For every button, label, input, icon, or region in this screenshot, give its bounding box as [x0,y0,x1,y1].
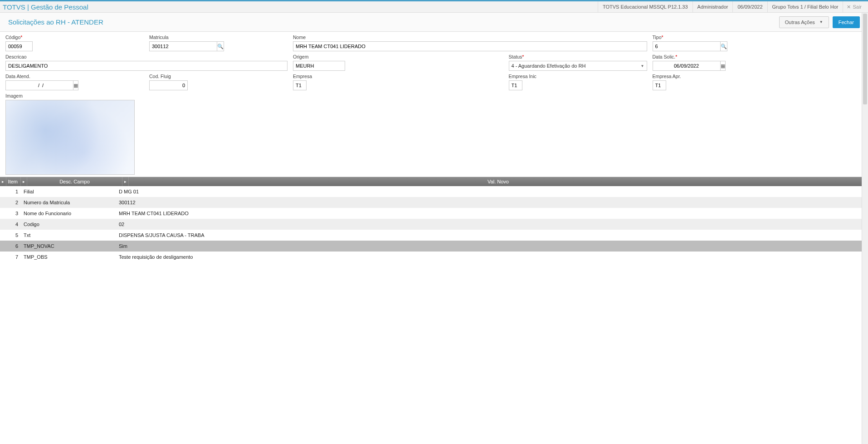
matricula-label: Matricula [149,35,288,40]
empresa-apr-input[interactable] [653,80,666,90]
matricula-input[interactable] [149,41,217,51]
origem-input[interactable] [293,61,345,71]
cell-item: 7 [0,254,21,260]
sub-header: Solicitações ao RH - ATENDER Outras Açõe… [0,13,868,32]
other-actions-button[interactable]: Outras Ações ▼ [779,16,829,28]
grid-header-item[interactable]: Item [6,177,21,186]
status-value: 4 - Aguardando Efetivação do RH [512,63,586,69]
matricula-lookup-button[interactable]: 🔍 [217,41,224,51]
cell-campo: Txt [21,232,116,238]
close-button-label: Fechar [839,20,854,25]
search-icon: 🔍 [217,44,224,49]
data-solic-input[interactable] [653,61,721,71]
calendar-icon: ▦ [721,63,725,69]
empresa-input[interactable] [293,80,307,90]
table-row[interactable]: 7TMP_OBSTeste requisição de desligamento [0,252,868,262]
top-bar: TOTVS | Gestão de Pessoal TOTVS Educacio… [0,0,868,13]
grid-header-novo[interactable]: Val. Novo [129,177,868,186]
user-label: Administrador [692,1,733,12]
empresa-label: Empresa [293,74,360,79]
page-vertical-scrollbar[interactable] [862,13,868,336]
close-icon: ✕ [847,4,851,10]
grid-header: ▸ Item ▸ Desc. Campo ▸ Val. Novo [0,177,868,186]
codigo-label: Código* [5,35,72,40]
cell-item: 3 [0,211,21,216]
cod-fluig-label: Cod. Fluig [149,74,216,79]
search-icon: 🔍 [721,44,727,49]
other-actions-label: Outras Ações [785,20,815,25]
data-solic-calendar-button[interactable]: ▦ [721,61,726,71]
chevron-down-icon: ▼ [641,64,644,68]
empresa-apr-label: Empresa Apr. [653,74,719,79]
grid-header-arrow-campo[interactable]: ▸ [122,177,129,186]
chevron-down-icon: ▼ [819,20,823,24]
cell-campo: Numero da Matricula [21,200,116,205]
table-row[interactable]: 2Numero da Matricula300112 [0,197,868,208]
data-solic-label: Data Solic.* [653,54,719,59]
cell-campo: Nome do Funcionario [21,211,116,216]
imagem-preview [5,100,135,175]
cell-novo: DISPENSA S/JUSTA CAUSA - TRABA [116,232,868,238]
cell-campo: TMP_NOVAC [21,243,116,249]
cell-campo: Codigo [21,222,116,227]
cell-novo: 02 [116,222,868,227]
empresa-inic-label: Empresa Inic [509,74,575,79]
cell-novo: D MG 01 [116,189,868,194]
calendar-icon: ▦ [73,83,78,89]
data-atend-input[interactable] [5,80,73,90]
imagem-label: Imagem [5,93,144,99]
data-atend-calendar-button[interactable]: ▦ [73,80,78,90]
cell-novo: 300112 [116,200,868,205]
branch-label: Grupo Totvs 1 / Filial Belo Hor [767,1,843,12]
cell-item: 2 [0,200,21,205]
table-row[interactable]: 3Nome do FuncionarioMRH TEAM CT041 LIDER… [0,208,868,219]
nome-label: Nome [293,35,647,40]
tipo-input[interactable] [653,41,721,51]
cod-fluig-input[interactable] [149,80,188,90]
cell-novo: Teste requisição de desligamento [116,254,868,260]
nome-input[interactable] [293,41,647,51]
table-row[interactable]: 5TxtDISPENSA S/JUSTA CAUSA - TRABA [0,230,868,241]
cell-novo: Sim [116,243,868,249]
descricao-input[interactable] [5,61,288,71]
cell-item: 4 [0,222,21,227]
data-atend-label: Data Atend. [5,74,72,79]
close-button[interactable]: Fechar [833,16,860,28]
table-row[interactable]: 6TMP_NOVACSim [0,241,868,252]
codigo-input[interactable] [5,41,33,51]
status-label: Status* [509,54,647,59]
grid-header-arrow-item[interactable]: ▸ [21,177,27,186]
cell-campo: TMP_OBS [21,254,116,260]
page-title: Solicitações ao RH - ATENDER [8,18,103,26]
env-label: TOTVS Educacional MSSQL P12.1.33 [598,1,692,12]
app-title: TOTVS | Gestão de Pessoal [3,3,88,11]
grid-header-campo[interactable]: Desc. Campo [27,177,122,186]
grid-header-arrow-left[interactable]: ▸ [0,177,6,186]
descricao-label: Descricao [5,54,288,59]
grid-body: 1FilialD MG 012Numero da Matricula300112… [0,186,868,262]
exit-button[interactable]: ✕ Sair [843,1,865,12]
tipo-lookup-button[interactable]: 🔍 [721,41,727,51]
table-row[interactable]: 4Codigo02 [0,219,868,230]
cell-campo: Filial [21,189,116,194]
status-select[interactable]: 4 - Aguardando Efetivação do RH ▼ [509,61,647,71]
cell-item: 5 [0,232,21,238]
table-row[interactable]: 1FilialD MG 01 [0,186,868,197]
exit-label: Sair [853,4,862,10]
tipo-label: Tipo* [653,35,719,40]
cell-novo: MRH TEAM CT041 LIDERADO [116,211,868,216]
form-area: Código* Matricula 🔍 Nome Tipo* 🔍 Descric… [0,32,868,177]
detail-grid: ▸ Item ▸ Desc. Campo ▸ Val. Novo 1Filial… [0,177,868,336]
date-label: 06/09/2022 [732,1,767,12]
cell-item: 1 [0,189,21,194]
empresa-inic-input[interactable] [509,80,522,90]
cell-item: 6 [0,243,21,249]
origem-label: Origem [293,54,360,59]
